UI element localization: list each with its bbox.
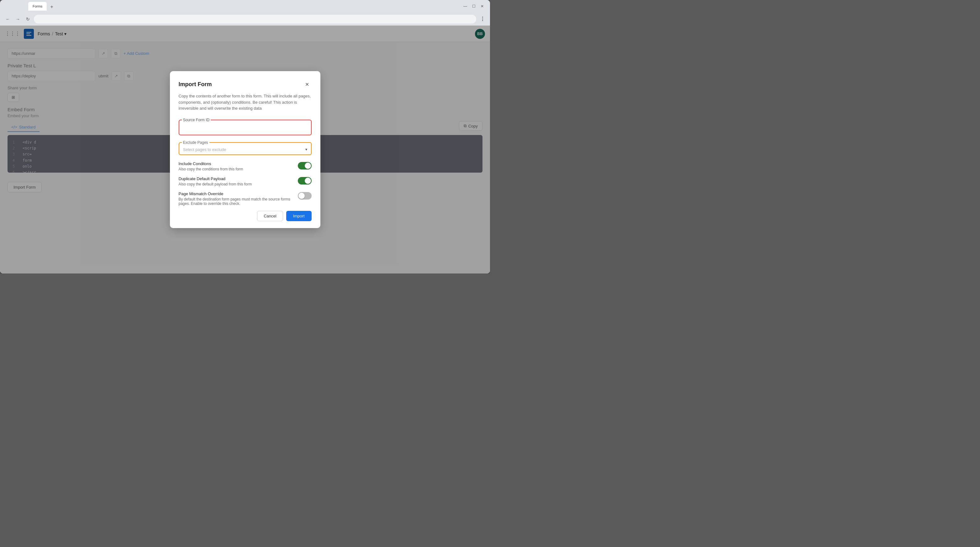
forward-button[interactable]: → xyxy=(14,15,22,23)
include-conditions-row: Include Conditons Also copy the conditio… xyxy=(179,161,312,171)
modal-title: Import Form xyxy=(179,81,212,88)
maximize-window-button[interactable] xyxy=(16,4,21,8)
source-form-legend: Source Form ID xyxy=(182,118,211,122)
page-mismatch-row: Page Mismatch Override By default the de… xyxy=(179,192,312,206)
window-controls xyxy=(4,4,21,8)
toggle-knob-mismatch xyxy=(299,193,305,199)
page-mismatch-text: Page Mismatch Override By default the de… xyxy=(179,192,293,206)
include-conditions-label: Include Conditons xyxy=(179,161,293,166)
browser-titlebar: Forms + — ☐ ✕ xyxy=(0,0,490,13)
tab-bar: Forms + xyxy=(26,2,460,11)
page-mismatch-toggle[interactable] xyxy=(298,192,312,200)
refresh-button[interactable]: ↻ xyxy=(24,15,32,23)
source-form-id-field: Source Form ID xyxy=(179,118,312,135)
new-tab-button[interactable]: + xyxy=(48,3,56,11)
exclude-pages-legend: Exclude Pages xyxy=(182,140,209,145)
modal-overlay: Import Form ✕ Copy the contents of anoth… xyxy=(0,26,490,274)
window-actions: — ☐ ✕ xyxy=(462,3,486,9)
minimize-window-button[interactable] xyxy=(10,4,14,8)
exclude-chevron-icon: ▾ xyxy=(305,147,307,152)
minimize-icon[interactable]: — xyxy=(462,3,468,9)
include-conditions-text: Include Conditons Also copy the conditio… xyxy=(179,161,293,171)
browser-tab[interactable]: Forms xyxy=(28,2,47,11)
import-button[interactable]: Import xyxy=(286,211,312,221)
maximize-icon[interactable]: ☐ xyxy=(471,3,477,9)
cancel-button[interactable]: Cancel xyxy=(257,211,283,221)
import-form-modal: Import Form ✕ Copy the contents of anoth… xyxy=(170,71,320,228)
page-mismatch-label: Page Mismatch Override xyxy=(179,192,293,196)
duplicate-payload-label: Duplicate Default Payload xyxy=(179,176,293,181)
modal-header: Import Form ✕ xyxy=(179,80,312,89)
address-bar[interactable] xyxy=(34,15,476,24)
exclude-pages-field: Exclude Pages Select pages to exclude ▾ xyxy=(179,140,312,155)
page-mismatch-desc: By default the destination form pages mu… xyxy=(179,197,293,206)
close-icon[interactable]: ✕ xyxy=(479,3,485,9)
tab-label: Forms xyxy=(33,5,42,8)
app-area: ⋮⋮⋮ Forms / Test ▾ BB h xyxy=(0,26,490,274)
exclude-pages-select-row[interactable]: Select pages to exclude ▾ xyxy=(179,145,311,154)
modal-footer: Cancel Import xyxy=(179,211,312,221)
modal-description: Copy the contents of another form to thi… xyxy=(179,93,312,111)
close-window-button[interactable] xyxy=(4,4,8,8)
source-form-input[interactable] xyxy=(182,124,309,132)
duplicate-payload-row: Duplicate Default Payload Also copy the … xyxy=(179,176,312,186)
exclude-pages-placeholder: Select pages to exclude xyxy=(183,147,226,152)
toggle-knob-include xyxy=(305,163,311,169)
browser-window: Forms + — ☐ ✕ ← → ↻ ⋮ ⋮⋮⋮ xyxy=(0,0,490,274)
duplicate-payload-desc: Also copy the default payload from this … xyxy=(179,182,293,186)
include-conditions-toggle[interactable] xyxy=(298,162,312,170)
more-options-button[interactable]: ⋮ xyxy=(478,15,486,23)
back-button[interactable]: ← xyxy=(4,15,12,23)
duplicate-payload-text: Duplicate Default Payload Also copy the … xyxy=(179,176,293,186)
browser-toolbar: ← → ↻ ⋮ xyxy=(0,13,490,26)
include-conditions-desc: Also copy the conditions from this form xyxy=(179,167,293,171)
duplicate-payload-toggle[interactable] xyxy=(298,177,312,184)
modal-close-button[interactable]: ✕ xyxy=(303,80,312,89)
toggle-knob-duplicate xyxy=(305,178,311,184)
